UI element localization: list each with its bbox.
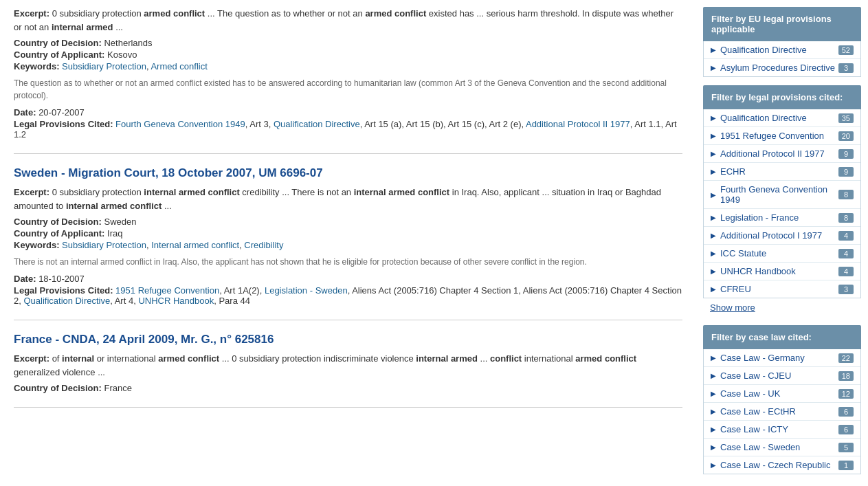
filter-count: 18 [838, 371, 854, 381]
filter-item-1951-refugee[interactable]: ▶ 1951 Refugee Convention 20 [704, 127, 860, 145]
case-title[interactable]: Sweden - Migration Court, 18 October 200… [14, 166, 682, 180]
date: Date: 18-10-2007 [14, 274, 682, 284]
arrow-icon: ▶ [711, 214, 716, 221]
filter-item-caselaw-icty[interactable]: ▶ Case Law - ICTY 6 [704, 421, 860, 439]
legal-provision-link[interactable]: 1951 Refugee Convention [115, 285, 219, 296]
filter-label: Case Law - Germany [720, 353, 838, 363]
arrow-icon: ▶ [711, 426, 716, 433]
filter-label: Qualification Directive [720, 113, 838, 123]
legal-provision-link[interactable]: UNHCR Handbook [138, 296, 214, 306]
bold-text: conflict [490, 353, 522, 364]
filter-label: Case Law - CJEU [720, 371, 838, 381]
arrow-icon: ▶ [711, 250, 716, 257]
filter-item-cfreu[interactable]: ▶ CFREU 3 [704, 280, 860, 298]
filter-item-fourth-geneva[interactable]: ▶ Fourth Geneva Convention 1949 8 [704, 181, 860, 209]
legal-provisions: Legal Provisions Cited: 1951 Refugee Con… [14, 285, 682, 306]
keyword-link[interactable]: Armed conflict [151, 61, 207, 71]
bold-text: internal armed [416, 353, 478, 364]
country-decision: Country of Decision: France [14, 383, 682, 393]
legal-excerpt: There is not an internal armed conflict … [14, 256, 682, 268]
filter-label: Qualification Directive [720, 45, 838, 55]
filter-item-icc-statute[interactable]: ▶ ICC Statute 4 [704, 245, 860, 263]
filter-item-qualification-directive[interactable]: ▶ Qualification Directive 35 [704, 109, 860, 127]
arrow-icon: ▶ [711, 372, 716, 379]
filter-item-caselaw-germany[interactable]: ▶ Case Law - Germany 22 [704, 349, 860, 367]
filter-label: 1951 Refugee Convention [720, 131, 838, 141]
filter-count: 20 [838, 131, 854, 141]
bold-text: armed conflict [575, 353, 636, 364]
filter-count: 35 [838, 113, 854, 123]
filter-item-caselaw-cjeu[interactable]: ▶ Case Law - CJEU 18 [704, 367, 860, 385]
legal-filter-section: Filter by legal provisions cited: ▶ Qual… [703, 85, 861, 317]
filter-item-asylum-procedures-directive[interactable]: ▶ Asylum Procedures Directive 3 [704, 59, 860, 76]
arrow-icon: ▶ [711, 461, 716, 469]
arrow-icon: ▶ [711, 132, 716, 140]
filter-count: 6 [838, 407, 854, 417]
filter-count: 4 [838, 249, 854, 258]
filter-count: 9 [838, 149, 854, 159]
bold-text: armed conflict [365, 8, 426, 19]
excerpt: Excerpt: 0 subsidiary protection armed c… [14, 7, 682, 34]
show-more-link[interactable]: Show more [703, 298, 861, 317]
filter-item-qualification-directive-eu[interactable]: ▶ Qualification Directive 52 [704, 41, 860, 59]
filter-count: 8 [838, 213, 854, 223]
country-decision: Country of Decision: Sweden [14, 217, 682, 227]
filter-label: Legislation - France [720, 212, 838, 223]
excerpt-label: Excerpt: [14, 353, 49, 364]
filter-count: 6 [838, 425, 854, 434]
excerpt-label: Excerpt: [14, 187, 49, 197]
legal-provision-link[interactable]: Qualification Directive [23, 296, 110, 306]
filter-item-caselaw-ecthr[interactable]: ▶ Case Law - ECtHR 6 [704, 403, 860, 421]
excerpt: Excerpt: 0 subsidiary protection interna… [14, 186, 682, 212]
filter-item-caselaw-czech[interactable]: ▶ Case Law - Czech Republic 1 [704, 456, 860, 474]
bold-text: internal armed conflict [144, 187, 239, 197]
bold-text: armed conflict [158, 353, 219, 364]
legal-provision-link[interactable]: Fourth Geneva Convention 1949 [115, 119, 245, 129]
filter-count: 9 [838, 167, 854, 177]
arrow-icon: ▶ [711, 285, 716, 293]
filter-item-caselaw-uk[interactable]: ▶ Case Law - UK 12 [704, 385, 860, 403]
filter-item-additional-protocol-1[interactable]: ▶ Additional Protocol I 1977 4 [704, 227, 860, 245]
filter-label: Fourth Geneva Convention 1949 [720, 184, 838, 205]
filter-item-legislation-france[interactable]: ▶ Legislation - France 8 [704, 209, 860, 227]
arrow-icon: ▶ [711, 408, 716, 415]
filter-label: CFREU [720, 284, 838, 294]
date: Date: 20-07-2007 [14, 107, 682, 118]
keyword-link[interactable]: Subsidiary Protection [62, 240, 146, 250]
filter-label: Case Law - Sweden [720, 442, 838, 452]
arrow-icon: ▶ [711, 168, 716, 175]
arrow-icon: ▶ [711, 114, 716, 122]
legal-excerpt: The question as to whether or not an arm… [14, 77, 682, 102]
keywords: Keywords: Subsidiary Protection, Interna… [14, 240, 682, 250]
bold-text: armed conflict [144, 8, 205, 19]
case-item: France - CNDA, 24 April 2009, Mr. G., n°… [14, 333, 682, 408]
arrow-icon: ▶ [711, 443, 716, 451]
legal-provision-link[interactable]: Additional Protocol II 1977 [526, 119, 630, 129]
filter-label: Additional Protocol II 1977 [720, 148, 838, 159]
filter-item-echr[interactable]: ▶ ECHR 9 [704, 163, 860, 181]
legal-filter-header: Filter by legal provisions cited: [703, 85, 861, 109]
legal-provisions: Legal Provisions Cited: Fourth Geneva Co… [14, 119, 682, 140]
filter-label: UNHCR Handbook [720, 266, 838, 276]
filter-count: 3 [838, 63, 854, 73]
eu-filter-section: Filter by EU legal provisions applicable… [703, 7, 861, 77]
filter-count: 22 [838, 353, 854, 363]
keyword-link[interactable]: Credibility [244, 240, 283, 250]
keyword-link[interactable]: Internal armed conflict [151, 240, 239, 250]
arrow-icon: ▶ [711, 46, 716, 54]
keyword-link[interactable]: Subsidiary Protection [62, 61, 146, 71]
country-applicant: Country of Applicant: Iraq [14, 228, 682, 239]
excerpt-label: Excerpt: [14, 8, 49, 19]
filter-label: Asylum Procedures Directive [720, 63, 838, 73]
arrow-icon: ▶ [711, 390, 716, 397]
filter-item-caselaw-sweden[interactable]: ▶ Case Law - Sweden 5 [704, 439, 860, 456]
legal-provision-link[interactable]: Legislation - Sweden [265, 285, 348, 296]
filter-item-unhcr-handbook[interactable]: ▶ UNHCR Handbook 4 [704, 263, 860, 280]
filter-label: Case Law - ECtHR [720, 406, 838, 417]
case-title[interactable]: France - CNDA, 24 April 2009, Mr. G., n°… [14, 333, 682, 346]
filter-count: 1 [838, 461, 854, 470]
sidebar: Filter by EU legal provisions applicable… [696, 0, 868, 486]
filter-item-additional-protocol-2[interactable]: ▶ Additional Protocol II 1977 9 [704, 145, 860, 163]
legal-provision-link[interactable]: Qualification Directive [274, 119, 360, 129]
filter-label: Case Law - Czech Republic [720, 460, 838, 470]
